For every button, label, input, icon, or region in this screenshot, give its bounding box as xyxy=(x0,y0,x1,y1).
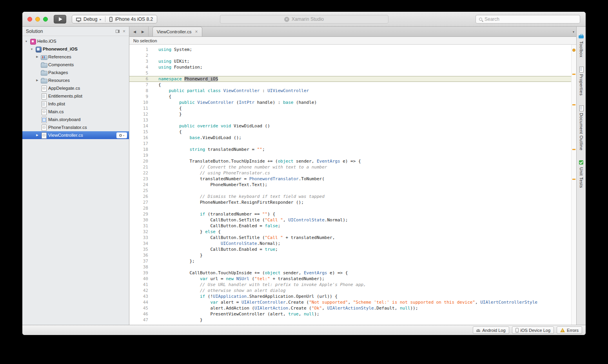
navigate-forward-button[interactable]: ▶ xyxy=(142,30,144,34)
tree-item-resources[interactable]: ▶Resources xyxy=(22,76,129,84)
task-marker[interactable] xyxy=(572,74,575,75)
code-line-38[interactable]: 38 xyxy=(129,264,571,270)
code-line-16[interactable]: 16 base.ViewDidLoad (); xyxy=(129,135,571,141)
chevron-down-icon[interactable]: ▼ xyxy=(29,48,34,51)
close-pad-icon[interactable]: × xyxy=(123,29,125,34)
code-line-34[interactable]: 34 UIControlState.Normal); xyxy=(129,241,571,246)
code-line-21[interactable]: 21 // Convert the phone number with text… xyxy=(129,164,571,170)
folder-icon xyxy=(41,62,47,68)
code-line-40[interactable]: 40 var url = new NSUrl ("tel:" + transla… xyxy=(129,276,571,282)
code-line-14[interactable]: 14 public override void ViewDidLoad () xyxy=(129,123,571,129)
code-line-41[interactable]: 41 // Use URL handler with tel: prefix t… xyxy=(129,282,571,288)
code-line-46[interactable]: 46 PresentViewController (alert, true, n… xyxy=(129,311,571,317)
code-line-23[interactable]: 23 translatedNumber = PhonewordTranslato… xyxy=(129,176,571,182)
line-number: 16 xyxy=(129,135,151,141)
tool-tab-document-outline[interactable]: Document Outline xyxy=(579,105,584,150)
code-line-37[interactable]: 37 }; xyxy=(129,258,571,264)
tool-tab-unit-tests[interactable]: Unit Tests xyxy=(579,160,584,188)
code-line-20[interactable]: 20 TranslateButton.TouchUpInside += (obj… xyxy=(129,158,571,164)
code-line-44[interactable]: 44 var alert = UIAlertController.Create … xyxy=(129,299,571,305)
android-log-button[interactable]: Android Log xyxy=(473,326,509,334)
tree-item-appdelegate-cs[interactable]: AppDelegate.cs xyxy=(22,84,129,92)
window-controls xyxy=(27,17,48,22)
code-line-35[interactable]: 35 CallButton.Enabled = true; xyxy=(129,246,571,252)
folder-icon xyxy=(41,70,47,76)
code-line-31[interactable]: 31 CallButton.Enabled = false; xyxy=(129,223,571,229)
close-tab-icon[interactable]: × xyxy=(195,29,198,34)
dock-pad-icon[interactable] xyxy=(116,30,120,33)
code-line-6[interactable]: 6namespace Phoneword_iOS xyxy=(129,76,571,82)
code-line-1[interactable]: 1using System; xyxy=(129,47,571,53)
code-line-26[interactable]: 26 // Dismiss the keyboard if text field… xyxy=(129,194,571,199)
tree-item-main-cs[interactable]: Main.cs xyxy=(22,108,129,116)
chevron-down-icon[interactable]: ▼ xyxy=(24,40,29,43)
errors-button[interactable]: Errors xyxy=(557,326,582,334)
code-line-47[interactable]: 47 } xyxy=(129,317,571,323)
search-field[interactable] xyxy=(476,15,580,24)
code-line-27[interactable]: 27 PhoneNumberText.ResignFirstResponder … xyxy=(129,199,571,205)
chevron-right-icon[interactable]: ▶ xyxy=(35,55,40,58)
code-line-32[interactable]: 32 } else { xyxy=(129,229,571,235)
close-window-button[interactable] xyxy=(27,17,32,22)
code-line-9[interactable]: 9 { xyxy=(129,94,571,100)
code-line-30[interactable]: 30 CallButton.SetTitle ("Call ", UIContr… xyxy=(129,217,571,223)
tree-item-phoneword-ios[interactable]: ▼Phoneword_iOS xyxy=(22,45,129,53)
tree-item-packages[interactable]: Packages xyxy=(22,69,129,76)
code-line-45[interactable]: 45 alert.AddAction (UIAlertAction.Create… xyxy=(129,305,571,311)
tool-tab-toolbox[interactable]: Toolbox xyxy=(579,34,584,57)
code-line-28[interactable]: 28 xyxy=(129,205,571,211)
code-line-25[interactable]: 25 xyxy=(129,188,571,194)
build-target-selector[interactable]: Debug ▸ iPhone 4s iOS 8.2 xyxy=(72,15,157,24)
code-line-5[interactable]: 5 xyxy=(129,70,571,76)
code-line-17[interactable]: 17 xyxy=(129,141,571,147)
tree-item-main-storyboard[interactable]: Main.storyboard xyxy=(22,116,129,123)
code-line-42[interactable]: 42 // otherwise show an alert dialog xyxy=(129,288,571,293)
code-line-39[interactable]: 39 CallButton.TouchUpInside += (object s… xyxy=(129,270,571,276)
code-line-22[interactable]: 22 // using PhoneTranslator.cs xyxy=(129,170,571,176)
tree-item-viewcontroller-cs[interactable]: ▶ViewController.cs▾ xyxy=(22,131,129,139)
task-marker[interactable] xyxy=(572,49,575,52)
task-marker[interactable] xyxy=(572,104,575,105)
search-input[interactable] xyxy=(485,16,577,22)
code-line-29[interactable]: 29 if (translatedNumber == "") { xyxy=(129,211,571,217)
code-line-3[interactable]: 3using UIKit; xyxy=(129,58,571,64)
line-text: // Dismiss the keyboard if text field wa… xyxy=(151,194,571,199)
code-line-15[interactable]: 15 { xyxy=(129,129,571,135)
item-options-button[interactable]: ▾ xyxy=(116,132,127,138)
tab-viewcontroller-cs[interactable]: ViewController.cs × xyxy=(152,27,202,36)
tool-tab-properties[interactable]: Properties xyxy=(579,67,584,96)
code-line-12[interactable]: 12 } xyxy=(129,111,571,117)
tree-item-references[interactable]: ▶References xyxy=(22,53,129,61)
tree-item-components[interactable]: Components xyxy=(22,61,129,69)
code-line-24[interactable]: 24 PhoneNumberText.Text); xyxy=(129,182,571,188)
minimize-window-button[interactable] xyxy=(35,17,40,22)
ios-device-log-button[interactable]: iOS Device Log xyxy=(512,326,554,334)
code-line-7[interactable]: 7{ xyxy=(129,82,571,88)
task-marker[interactable] xyxy=(572,179,575,180)
scroll-marker-strip[interactable] xyxy=(571,45,576,325)
code-line-11[interactable]: 11 { xyxy=(129,105,571,111)
chevron-right-icon[interactable]: ▶ xyxy=(35,79,40,82)
run-button[interactable] xyxy=(54,15,66,24)
code-line-36[interactable]: 36 } xyxy=(129,252,571,258)
code-line-19[interactable]: 19 xyxy=(129,152,571,158)
line-number: 40 xyxy=(129,276,151,282)
zoom-window-button[interactable] xyxy=(43,17,48,22)
tree-item-info-plist[interactable]: Info.plist xyxy=(22,100,129,108)
code-line-33[interactable]: 33 CallButton.SetTitle ("Call " + transl… xyxy=(129,235,571,241)
chevron-right-icon[interactable]: ▶ xyxy=(35,134,40,137)
tree-item-phonetranslator-cs[interactable]: PhoneTranslator.cs xyxy=(22,123,129,131)
code-line-2[interactable]: 2 xyxy=(129,53,571,58)
code-line-8[interactable]: 8 public partial class ViewController : … xyxy=(129,88,571,94)
code-line-4[interactable]: 4using Foundation; xyxy=(129,64,571,70)
tree-item-hello-ios[interactable]: ▼Hello.iOS xyxy=(22,37,129,45)
code-line-13[interactable]: 13 xyxy=(129,117,571,123)
code-line-18[interactable]: 18 string translatedNumber = ""; xyxy=(129,147,571,152)
task-marker[interactable] xyxy=(572,149,575,150)
code-line-10[interactable]: 10 public ViewController (IntPtr handle)… xyxy=(129,100,571,105)
tree-item-entitlements-plist[interactable]: Entitlements.plist xyxy=(22,92,129,100)
navigate-back-button[interactable]: ◀ xyxy=(133,30,136,34)
code-line-43[interactable]: 43 if (!UIApplication.SharedApplication.… xyxy=(129,293,571,299)
code-area[interactable]: 1using System;23using UIKit;4using Found… xyxy=(129,45,571,325)
tab-list-chevron-icon[interactable]: ▾ xyxy=(573,30,574,34)
